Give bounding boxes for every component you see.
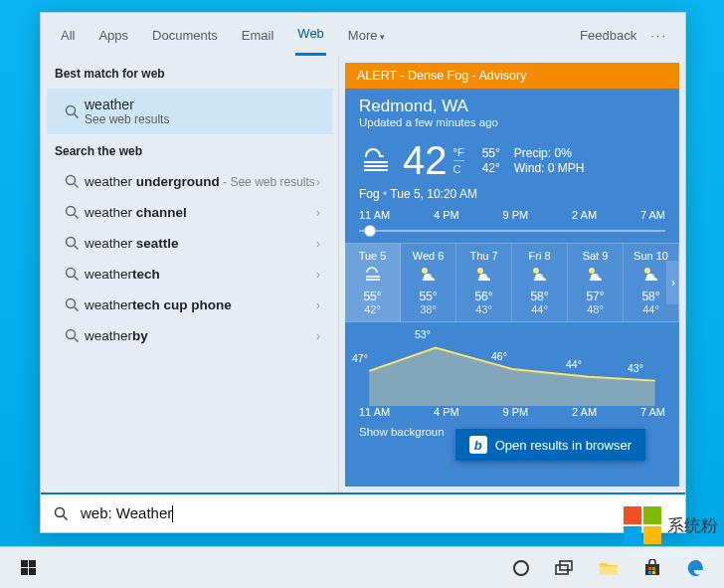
suggestion-item[interactable]: weather seattle› <box>47 228 332 259</box>
day-high: 58° <box>512 290 567 303</box>
taskbar-search-area[interactable] <box>50 547 499 589</box>
tab-all[interactable]: All <box>59 16 77 55</box>
weather-icon <box>345 265 400 287</box>
suggestion-item[interactable]: weathertech cup phone› <box>47 290 332 320</box>
slider-thumb[interactable] <box>364 225 376 237</box>
day-low: 44° <box>624 303 678 315</box>
weather-alert[interactable]: ALERT - Dense Fog - Advisory <box>345 63 679 89</box>
svg-rect-34 <box>652 571 655 574</box>
suggestion-text: weather channel <box>85 205 316 220</box>
feedback-link[interactable]: Feedback <box>580 28 636 43</box>
task-view-icon[interactable] <box>543 547 587 589</box>
spark-point: 47° <box>352 352 368 364</box>
watermark: 系统粉 <box>624 506 718 544</box>
tab-apps[interactable]: Apps <box>96 16 130 55</box>
svg-point-0 <box>66 105 75 114</box>
svg-point-2 <box>66 176 75 185</box>
suggestion-text: weather underground - See web results <box>85 174 316 189</box>
forecast-day[interactable]: Sat 957°48° <box>568 244 624 321</box>
best-match-label: Best match for web <box>41 57 338 89</box>
weather-icon <box>512 265 567 287</box>
forecast-day[interactable]: Thu 756°43° <box>456 244 512 321</box>
svg-rect-32 <box>652 567 655 570</box>
unit-fahrenheit[interactable]: °F <box>453 146 464 161</box>
spark-point: 53° <box>415 328 431 340</box>
file-explorer-icon[interactable] <box>587 547 631 589</box>
forecast-day[interactable]: Wed 655°38° <box>401 244 456 321</box>
microsoft-logo-icon <box>624 506 661 544</box>
start-button[interactable] <box>6 547 50 589</box>
weather-icon <box>568 265 623 287</box>
svg-point-6 <box>66 238 75 247</box>
hourly-slider[interactable] <box>359 223 665 239</box>
open-in-browser-button[interactable]: b Open results in browser <box>455 429 645 461</box>
hour-label: 11 AM <box>359 209 390 221</box>
suggestion-item[interactable]: weathertech› <box>47 259 332 290</box>
precip: Precip: 0% <box>514 146 585 161</box>
svg-point-19 <box>422 268 428 274</box>
watermark-site: www.win7999.com <box>626 548 716 560</box>
svg-rect-33 <box>648 571 651 574</box>
spark-point: 46° <box>491 350 507 362</box>
search-icon <box>59 174 85 189</box>
svg-line-25 <box>63 515 67 519</box>
best-match-item[interactable]: weather See web results <box>47 89 332 134</box>
search-bar[interactable]: web: Weather <box>41 492 685 532</box>
forecast-day[interactable]: Tue 555°42° <box>345 244 401 321</box>
weather-location: Redmond, WA <box>359 97 665 116</box>
svg-point-8 <box>66 269 75 278</box>
results-list: Best match for web weather See web resul… <box>41 57 339 492</box>
best-match-subtitle: See web results <box>85 112 320 126</box>
chevron-right-icon[interactable]: › <box>666 261 679 304</box>
unit-celsius[interactable]: C <box>453 163 464 176</box>
tab-more[interactable]: More▾ <box>346 16 388 55</box>
search-icon <box>59 297 85 312</box>
chevron-right-icon: › <box>316 205 320 220</box>
best-match-title: weather <box>85 97 320 112</box>
search-input[interactable]: web: Weather <box>81 504 685 523</box>
svg-line-3 <box>74 184 78 188</box>
suggestion-text: weather seattle <box>85 236 316 251</box>
svg-point-24 <box>55 507 64 516</box>
temp-sparkline: 47° 53° 46° 44° 43° <box>345 322 679 406</box>
search-icon <box>59 267 85 282</box>
chevron-right-icon: › <box>316 236 320 251</box>
search-icon <box>41 506 81 521</box>
suggestion-item[interactable]: weather channel› <box>47 197 332 228</box>
tab-documents[interactable]: Documents <box>150 16 220 55</box>
tab-email[interactable]: Email <box>240 16 276 55</box>
temp-high: 55° <box>482 146 500 161</box>
svg-line-1 <box>74 113 78 117</box>
day-low: 44° <box>512 303 567 315</box>
suggestion-text: weathertech <box>85 267 316 282</box>
svg-rect-31 <box>648 567 651 570</box>
chevron-right-icon: › <box>316 174 320 189</box>
day-low: 42° <box>345 303 400 315</box>
suggestion-item[interactable]: weatherby› <box>47 320 332 351</box>
cortana-icon[interactable] <box>499 547 543 589</box>
svg-rect-29 <box>600 566 618 575</box>
svg-point-12 <box>66 330 75 339</box>
search-icon <box>59 104 85 119</box>
svg-point-26 <box>514 561 528 575</box>
forecast-day[interactable]: Fri 858°44° <box>512 244 568 321</box>
wind: Wind: 0 MPH <box>514 161 585 176</box>
search-web-label: Search the web <box>41 134 338 166</box>
weather-updated: Updated a few minutes ago <box>359 116 665 128</box>
spark-point: 44° <box>566 358 582 370</box>
suggestion-text: weatherby <box>85 328 316 343</box>
suggestion-item[interactable]: weather underground - See web results› <box>47 166 332 197</box>
tab-web[interactable]: Web <box>295 14 326 56</box>
svg-point-21 <box>533 268 539 274</box>
hour-label: 4 PM <box>434 209 459 221</box>
tab-bar: All Apps Documents Email Web More▾ Feedb… <box>41 13 685 57</box>
search-icon <box>59 328 85 343</box>
search-icon <box>59 205 85 220</box>
day-label: Thu 7 <box>456 250 511 262</box>
spark-point: 43° <box>628 362 643 374</box>
hour-label: 7 AM <box>640 209 665 221</box>
svg-point-10 <box>66 299 75 308</box>
search-icon <box>59 236 85 251</box>
day-high: 56° <box>456 290 511 303</box>
more-options-button[interactable]: ··· <box>650 28 667 43</box>
